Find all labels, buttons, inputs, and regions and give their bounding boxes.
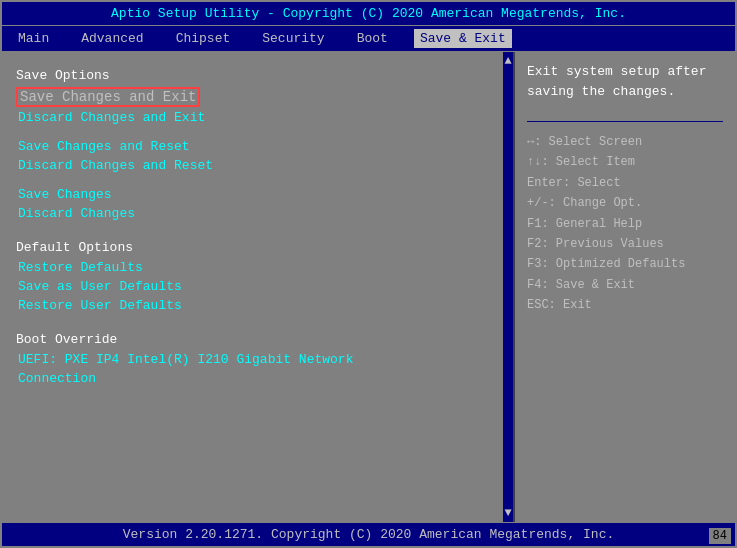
spacer-4 xyxy=(16,316,499,324)
section-save-options: Save Options xyxy=(16,68,499,83)
option-discard-changes-reset[interactable]: Discard Changes and Reset xyxy=(16,157,499,174)
title-bar: Aptio Setup Utility - Copyright (C) 2020… xyxy=(2,2,735,26)
option-restore-user-defaults[interactable]: Restore User Defaults xyxy=(16,297,499,314)
section-default-options: Default Options xyxy=(16,240,499,255)
title-text: Aptio Setup Utility - Copyright (C) 2020… xyxy=(111,6,626,21)
divider xyxy=(527,121,723,122)
key-enter-select: Enter: Select xyxy=(527,173,723,193)
scrollbar: ▲ ▼ xyxy=(503,52,513,522)
scroll-up-arrow[interactable]: ▲ xyxy=(504,54,511,68)
menu-main[interactable]: Main xyxy=(12,29,55,48)
key-f2-prev: F2: Previous Values xyxy=(527,234,723,254)
menu-save-exit[interactable]: Save & Exit xyxy=(414,29,512,48)
bios-screen: Aptio Setup Utility - Copyright (C) 2020… xyxy=(0,0,737,548)
key-change-opt: +/-: Change Opt. xyxy=(527,193,723,213)
key-select-item: ↑↓: Select Item xyxy=(527,152,723,172)
option-connection[interactable]: Connection xyxy=(16,370,499,387)
menu-advanced[interactable]: Advanced xyxy=(75,29,149,48)
right-panel: Exit system setup after saving the chang… xyxy=(515,52,735,522)
key-esc-exit: ESC: Exit xyxy=(527,295,723,315)
left-panel: Save Options Save Changes and Exit Disca… xyxy=(2,52,515,522)
key-f4-save-exit: F4: Save & Exit xyxy=(527,275,723,295)
menu-security[interactable]: Security xyxy=(256,29,330,48)
option-save-changes[interactable]: Save Changes xyxy=(16,186,499,203)
key-f1-help: F1: General Help xyxy=(527,214,723,234)
section-boot-override: Boot Override xyxy=(16,332,499,347)
spacer-2 xyxy=(16,176,499,184)
main-content: Save Options Save Changes and Exit Disca… xyxy=(2,52,735,522)
option-restore-defaults[interactable]: Restore Defaults xyxy=(16,259,499,276)
spacer-1 xyxy=(16,128,499,136)
option-discard-changes[interactable]: Discard Changes xyxy=(16,205,499,222)
option-save-changes-exit[interactable]: Save Changes and Exit xyxy=(16,87,499,107)
option-discard-changes-exit[interactable]: Discard Changes and Exit xyxy=(16,109,499,126)
option-save-changes-exit-label: Save Changes and Exit xyxy=(20,89,196,105)
key-help-section: ↔: Select Screen ↑↓: Select Item Enter: … xyxy=(527,132,723,316)
scroll-down-arrow[interactable]: ▼ xyxy=(504,506,511,520)
option-uefi-pxe[interactable]: UEFI: PXE IP4 Intel(R) I210 Gigabit Netw… xyxy=(16,351,499,368)
spacer-3 xyxy=(16,224,499,232)
menu-bar: Main Advanced Chipset Security Boot Save… xyxy=(2,26,735,52)
option-save-changes-reset[interactable]: Save Changes and Reset xyxy=(16,138,499,155)
key-f3-optimized: F3: Optimized Defaults xyxy=(527,254,723,274)
menu-boot[interactable]: Boot xyxy=(351,29,394,48)
footer-text: Version 2.20.1271. Copyright (C) 2020 Am… xyxy=(123,527,614,542)
footer: Version 2.20.1271. Copyright (C) 2020 Am… xyxy=(2,522,735,546)
option-save-user-defaults[interactable]: Save as User Defaults xyxy=(16,278,499,295)
help-text: Exit system setup after saving the chang… xyxy=(527,62,723,101)
key-select-screen: ↔: Select Screen xyxy=(527,132,723,152)
footer-badge: 84 xyxy=(709,528,731,544)
menu-chipset[interactable]: Chipset xyxy=(170,29,237,48)
